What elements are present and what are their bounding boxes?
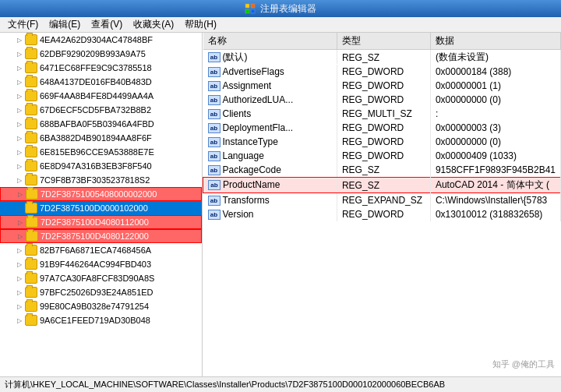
reg-value-icon: ab — [208, 137, 221, 147]
tree-item[interactable]: ▷97BFC25026D93E24A851ED — [0, 285, 202, 299]
expand-arrow-icon[interactable]: ▷ — [16, 36, 23, 44]
cell-data: AutoCAD 2014 - 简体中文 ( — [430, 178, 560, 193]
menu-help[interactable]: 帮助(H) — [180, 16, 221, 33]
folder-icon — [25, 203, 37, 214]
watermark: 知乎 @俺的工具 — [492, 358, 555, 370]
expand-arrow-icon[interactable]: ▷ — [16, 232, 24, 240]
expand-arrow-icon[interactable]: ▷ — [16, 302, 23, 310]
tree-item[interactable]: ▷7C9F8B73BF3035237818S2 — [0, 173, 202, 187]
folder-icon — [25, 161, 37, 171]
cell-data: 0x00000003 (3) — [430, 121, 560, 135]
expand-arrow-icon[interactable]: ▷ — [16, 274, 23, 282]
menu-file[interactable]: 文件(F) — [3, 16, 43, 33]
tree-item[interactable]: ▷97A7CA30FA8FCF83D90A8S — [0, 271, 202, 285]
table-row[interactable]: ab(默认)REG_SZ(数值未设置) — [203, 50, 561, 65]
cell-data: (数值未设置) — [430, 50, 560, 65]
window-icon — [245, 3, 256, 14]
tree-item[interactable]: ▷6E815EB96CCE9A53888E7E — [0, 145, 202, 159]
tree-item-label: 97A7CA30FA8FCF83D90A8S — [40, 274, 154, 283]
cell-name-text: Assignment — [223, 80, 272, 91]
expand-arrow-icon[interactable]: ▷ — [16, 316, 23, 324]
expand-arrow-icon[interactable]: ▷ — [16, 190, 24, 198]
main-window: 注册表编辑器 文件(F) 编辑(E) 查看(V) 收藏夹(A) 帮助(H) ▷4… — [0, 0, 561, 392]
tree-item[interactable]: ▷91B9F446264AC994FBD403 — [0, 257, 202, 271]
table-row[interactable]: abVersionREG_DWORD0x13010012 (318832658) — [203, 207, 561, 221]
table-row[interactable]: abDeploymentFla...REG_DWORD0x00000003 (3… — [203, 121, 561, 135]
tree-item[interactable]: ▷7D2F38751005408000002000 — [0, 187, 202, 201]
tree-item[interactable]: ▷9A6CE1FEED719AD30B048 — [0, 313, 202, 327]
folder-icon — [25, 301, 37, 312]
cell-type: REG_EXPAND_SZ — [337, 193, 430, 208]
expand-arrow-icon[interactable]: ▷ — [16, 260, 23, 268]
cell-name: abDeploymentFla... — [203, 121, 337, 135]
tree-item[interactable]: ▷6E8D947A316B3EB3F8F540 — [0, 159, 202, 173]
tree-item[interactable]: ▷669F4AA8B4FE8D4499AA4A — [0, 89, 202, 103]
tree-item-label: 6471EC68FFE9C9C3785518 — [40, 63, 152, 72]
tree-item-label: 7D2F3875100D4080112000 — [41, 217, 149, 227]
tree-item[interactable]: ▷67D6ECF5CD5FBA732B8B2 — [0, 103, 202, 117]
tree-item[interactable]: ▷4EA42A62D9304AC47848BF — [0, 33, 202, 47]
menu-view[interactable]: 查看(V) — [86, 16, 127, 33]
cell-name-text: Language — [223, 150, 264, 161]
menu-edit[interactable]: 编辑(E) — [44, 16, 85, 33]
folder-icon — [25, 245, 37, 256]
tree-item[interactable]: ▷82B7F6A6871ECA7468456A — [0, 243, 202, 257]
tree-item[interactable]: ▷7D2F3875100D0000102000 — [0, 201, 202, 215]
col-type[interactable]: 类型 — [337, 33, 430, 50]
folder-icon — [26, 189, 38, 200]
folder-icon — [25, 118, 37, 129]
expand-arrow-icon[interactable]: ▷ — [16, 218, 24, 226]
tree-panel[interactable]: ▷4EA42A62D9304AC47848BF▷62DBF9290209B993… — [0, 33, 203, 376]
table-row[interactable]: abLanguageREG_DWORD0x00000409 (1033) — [203, 149, 561, 163]
cell-type: REG_MULTI_SZ — [337, 107, 430, 121]
cell-type: REG_DWORD — [337, 207, 430, 221]
table-row[interactable]: abClientsREG_MULTI_SZ: — [203, 107, 561, 121]
expand-arrow-icon[interactable]: ▷ — [16, 106, 23, 114]
expand-arrow-icon[interactable]: ▷ — [16, 288, 23, 296]
table-row[interactable]: abAuthorizedLUA...REG_DWORD0x00000000 (0… — [203, 93, 561, 107]
expand-arrow-icon[interactable]: ▷ — [16, 120, 23, 128]
expand-arrow-icon[interactable]: ▷ — [16, 134, 23, 142]
expand-arrow-icon[interactable]: ▷ — [16, 92, 23, 100]
folder-icon — [25, 62, 37, 73]
tree-item[interactable]: ▷688BAFBA0F5B03946A4FBD — [0, 117, 202, 131]
expand-arrow-icon[interactable]: ▷ — [16, 64, 23, 72]
table-row[interactable]: abPackageCodeREG_SZ9158CFF1F9893F945B2B4… — [203, 163, 561, 178]
expand-arrow-icon[interactable]: ▷ — [16, 162, 23, 170]
cell-data: 0x13010012 (318832658) — [430, 207, 560, 221]
folder-icon — [25, 259, 37, 270]
table-row[interactable]: abProductNameREG_SZAutoCAD 2014 - 简体中文 ( — [203, 178, 561, 193]
col-data[interactable]: 数据 — [430, 33, 560, 50]
tree-item-label: 91B9F446264AC994FBD403 — [40, 260, 151, 269]
tree-item[interactable]: ▷648A4137DE016FB40B483D — [0, 75, 202, 89]
reg-value-icon: ab — [208, 123, 221, 133]
tree-item[interactable]: ▷6BA3882D4B901894AA8F6F — [0, 131, 202, 145]
menu-bar: 文件(F) 编辑(E) 查看(V) 收藏夹(A) 帮助(H) — [0, 17, 561, 33]
cell-data: 0x00000409 (1033) — [430, 149, 560, 163]
menu-favorites[interactable]: 收藏夹(A) — [129, 16, 178, 33]
svg-rect-2 — [245, 9, 249, 13]
expand-arrow-icon[interactable]: ▷ — [16, 50, 23, 58]
table-row[interactable]: abAdvertiseFlagsREG_DWORD0x00000184 (388… — [203, 65, 561, 79]
expand-arrow-icon[interactable]: ▷ — [16, 148, 23, 156]
cell-type: REG_SZ — [337, 178, 430, 193]
cell-name-text: (默认) — [223, 51, 248, 64]
expand-arrow-icon[interactable]: ▷ — [16, 204, 23, 212]
tree-item-label: 7D2F38751005408000002000 — [41, 189, 157, 199]
table-row[interactable]: abAssignmentREG_DWORD0x00000001 (1) — [203, 79, 561, 93]
col-name[interactable]: 名称 — [203, 33, 337, 50]
folder-icon — [25, 147, 37, 157]
expand-arrow-icon[interactable]: ▷ — [16, 78, 23, 86]
registry-panel[interactable]: 名称 类型 数据 ab(默认)REG_SZ(数值未设置)abAdvertiseF… — [203, 33, 561, 376]
table-row[interactable]: abInstanceTypeREG_DWORD0x00000000 (0) — [203, 135, 561, 149]
tree-item[interactable]: ▷99E80CA9B0328e74791254 — [0, 299, 202, 313]
expand-arrow-icon[interactable]: ▷ — [16, 246, 23, 254]
tree-item[interactable]: ▷6471EC68FFE9C9C3785518 — [0, 61, 202, 75]
cell-type: REG_SZ — [337, 50, 430, 65]
folder-icon — [25, 175, 37, 185]
table-row[interactable]: abTransformsREG_EXPAND_SZC:\Windows\Inst… — [203, 193, 561, 208]
expand-arrow-icon[interactable]: ▷ — [16, 176, 23, 184]
tree-item[interactable]: ▷62DBF9290209B993A9A75 — [0, 47, 202, 61]
tree-item[interactable]: ▷7D2F3875100D4080122000 — [0, 229, 202, 243]
tree-item[interactable]: ▷7D2F3875100D4080112000 — [0, 215, 202, 229]
